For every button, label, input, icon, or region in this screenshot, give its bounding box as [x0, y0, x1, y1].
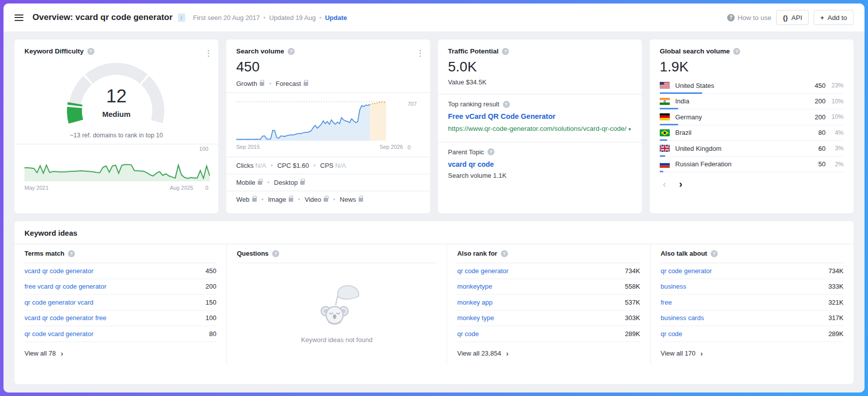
kd-gauge: 12 Medium	[56, 60, 176, 131]
app-window: Overview: vcard qr code generator i Firs…	[3, 3, 865, 393]
also-talk-about-column: Also talk about ? qr code generator 734K…	[650, 244, 854, 365]
info-icon[interactable]: i	[178, 13, 185, 22]
country-value: 450	[815, 82, 826, 89]
keyword-link[interactable]: business	[661, 283, 686, 290]
x-axis-start: May 2021	[24, 185, 48, 191]
keyword-row: vcard qr code generator free 100	[24, 311, 216, 327]
page-prev-icon[interactable]: ‹	[663, 178, 666, 190]
flag-ru-icon	[660, 161, 670, 168]
growth-label[interactable]: Growth	[236, 80, 257, 87]
view-all-also-rank-for[interactable]: View all 23,854 ›	[457, 342, 640, 365]
keyword-link[interactable]: qr code vcard generator	[24, 330, 93, 338]
keyword-ideas-title: Keyword ideas	[14, 221, 854, 244]
keyword-link[interactable]: qr code generator vcard	[24, 299, 93, 306]
keyword-link[interactable]: monkey type	[457, 314, 494, 322]
web-label[interactable]: Web	[236, 196, 250, 203]
dot-separator	[260, 14, 269, 21]
keyword-volume: 450	[206, 267, 217, 275]
keyword-link[interactable]: vcard qr code generator free	[24, 314, 106, 322]
keyword-volume: 303K	[625, 314, 640, 322]
forecast-label[interactable]: Forecast	[276, 80, 301, 87]
desktop-label[interactable]: Desktop	[274, 179, 298, 186]
country-row: United States 450 23%	[660, 78, 844, 94]
api-button[interactable]: {} API	[776, 10, 809, 25]
parent-topic-link[interactable]: vcard qr code	[448, 160, 632, 168]
keyword-link[interactable]: qr code generator	[457, 267, 508, 275]
keyword-row: qr code generator vcard 150	[24, 295, 216, 311]
terms-match-column: Terms match ? vcard qr code generator 45…	[14, 244, 226, 365]
keyword-link[interactable]: qr code generator	[661, 267, 712, 275]
keyword-link[interactable]: vcard qr code generator	[24, 267, 93, 275]
keyword-link[interactable]: free	[661, 299, 672, 306]
y-axis-min: 0	[193, 185, 208, 191]
keyword-row: business 333K	[661, 279, 844, 295]
help-icon[interactable]: ?	[733, 48, 740, 55]
keyword-row: vcard qr code generator 450	[24, 263, 216, 279]
help-icon[interactable]: ?	[711, 250, 718, 257]
view-all-terms-match[interactable]: View all 78 ›	[24, 342, 216, 365]
header-actions: ? How to use {} API + Add to	[727, 10, 854, 25]
flag-gb-icon	[660, 145, 670, 152]
column-header: Also rank for	[457, 250, 497, 257]
keyword-volume: 150	[206, 299, 217, 306]
keyword-link[interactable]: qr code	[457, 330, 478, 338]
keyword-row: monkeytype 558K	[457, 279, 640, 295]
help-icon[interactable]: ?	[501, 250, 508, 257]
top-ranking-url[interactable]: https://www.qr-code-generator.com/soluti…	[448, 124, 632, 134]
keyword-link[interactable]: business cards	[661, 314, 704, 322]
kebab-menu-icon[interactable]	[206, 47, 211, 59]
help-icon[interactable]: ?	[272, 250, 279, 257]
page-next-icon[interactable]: ›	[679, 178, 683, 190]
chevron-down-icon[interactable]: ▾	[628, 126, 631, 132]
top-ranking-result-link[interactable]: Free vCard QR Code Generator	[448, 112, 632, 120]
help-icon[interactable]: ?	[487, 148, 494, 155]
image-label[interactable]: Image	[268, 196, 286, 203]
help-icon[interactable]: ?	[288, 48, 295, 55]
kebab-menu-icon[interactable]	[418, 47, 423, 59]
kd-level: Medium	[56, 110, 176, 118]
keyword-link[interactable]: monkey app	[457, 299, 492, 306]
update-link[interactable]: Update	[325, 14, 347, 21]
keyword-meta: First seen 20 Aug 2017 Updated 19 Aug Up…	[193, 14, 347, 21]
parent-topic-label-row: Parent Topic ?	[448, 148, 632, 156]
search-volume-line-chart	[236, 99, 386, 141]
kd-description: ~13 ref. domains to rank in top 10	[24, 132, 208, 139]
top-header: Overview: vcard qr code generator i Firs…	[3, 3, 865, 31]
parent-topic-volume: Search volume 1.1K	[448, 172, 632, 179]
keyword-link[interactable]: qr code	[661, 330, 682, 338]
country-name: Germany	[675, 113, 702, 121]
help-icon[interactable]: ?	[503, 101, 510, 108]
hamburger-menu-icon[interactable]	[14, 12, 23, 22]
view-all-also-talk-about[interactable]: View all 170 ›	[661, 342, 844, 365]
keyword-link[interactable]: monkeytype	[457, 283, 492, 290]
keyword-row: monkey app 537K	[457, 295, 640, 311]
dot-separator	[266, 162, 277, 169]
country-name: United States	[675, 82, 714, 89]
help-icon[interactable]: ?	[502, 48, 509, 55]
y-axis-min: 0	[408, 144, 411, 150]
how-to-use-link[interactable]: ? How to use	[727, 14, 772, 21]
mobile-label[interactable]: Mobile	[236, 179, 255, 186]
traffic-potential-value: 5.0K	[448, 59, 632, 75]
news-label[interactable]: News	[340, 196, 356, 203]
keyword-row: qr code generator 734K	[457, 263, 640, 279]
country-name: India	[675, 97, 689, 105]
help-icon[interactable]: ?	[68, 250, 75, 257]
country-value: 60	[819, 145, 826, 152]
keyword-row: monkey type 303K	[457, 311, 640, 327]
keyword-link[interactable]: free vcard qr code generator	[24, 283, 106, 290]
keyword-volume: 289K	[829, 330, 844, 338]
add-to-button[interactable]: + Add to	[814, 10, 854, 25]
video-label[interactable]: Video	[305, 196, 321, 203]
country-value: 200	[815, 113, 826, 121]
help-icon[interactable]: ?	[87, 48, 94, 55]
traffic-potential-card: Traffic Potential ? 5.0K Value $34.5K To…	[438, 39, 642, 213]
country-percent: 2%	[826, 161, 844, 168]
braces-icon: {}	[783, 14, 788, 21]
chevron-right-icon: ›	[506, 350, 508, 358]
lock-icon	[260, 82, 264, 86]
flag-br-icon	[660, 129, 670, 136]
country-row: United Kingdom 60 3%	[660, 141, 844, 157]
also-rank-for-column: Also rank for ? qr code generator 734K m…	[446, 244, 650, 365]
kd-score: 12	[56, 86, 176, 107]
